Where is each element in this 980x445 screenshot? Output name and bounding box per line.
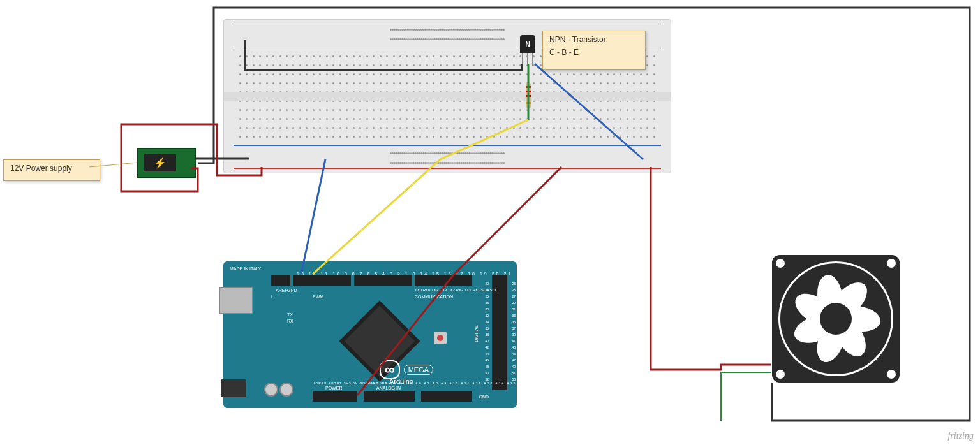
power-label: POWER [325, 386, 342, 390]
note-transistor-title: NPN - Transistor: [549, 35, 639, 44]
arduino-mega: MADE IN ITALY AREF GND 13 12 11 10 9 8 7… [223, 261, 517, 408]
made-in-label: MADE IN ITALY [230, 266, 262, 271]
gnd-label: GND [287, 288, 297, 293]
watermark: fritzing [948, 431, 974, 441]
note-psu-text: 12V Power supply [10, 164, 72, 173]
comm-label: COMMUNICATION [415, 295, 453, 299]
arduino-logo: ∞ MEGA [380, 360, 433, 379]
header-side [492, 275, 507, 390]
pins-analog-label: A0 A1 A2 A3 A4 A5 A6 A7 A8 A9 A10 A11 A1… [365, 381, 516, 385]
header-comm [415, 275, 472, 286]
tx-label: TX [287, 312, 293, 317]
brand-label: Arduino [389, 377, 413, 385]
wire-arduino-gnd [301, 159, 325, 274]
pwm-label: PWM [313, 295, 323, 299]
resistor [526, 83, 531, 108]
wire-fan-vcc [651, 167, 771, 370]
header-analog-b [421, 391, 472, 402]
pins-side-a: 22242628303234363840424446485052 [485, 281, 489, 383]
pins-top-label: 13 12 11 10 9 8 7 6 5 4 3 2 1 0 14 15 16… [297, 272, 512, 276]
header-pwm [293, 275, 351, 286]
l-label: L [271, 295, 274, 299]
pins-side-b: 23252729313335373941434547495153 [512, 281, 516, 383]
fan-frame [778, 261, 893, 376]
header-aref [271, 275, 290, 286]
bb-bottom-rail [237, 149, 658, 168]
header-digital [354, 275, 412, 286]
note-transistor-pins: C - B - E [549, 48, 639, 57]
power-supply-jack [137, 148, 196, 178]
rx-label: RX [287, 319, 293, 323]
model-label: MEGA [404, 365, 433, 375]
reset-button[interactable] [434, 332, 447, 344]
capacitor [264, 383, 278, 397]
wire-fan-gnd [721, 372, 771, 421]
usb-port [219, 287, 253, 314]
gnd2-label: GND [479, 395, 489, 399]
digital-label: DIGITAL [474, 325, 479, 342]
header-power [313, 391, 357, 402]
power-jack [221, 379, 246, 397]
infinity-icon: ∞ [380, 360, 400, 379]
dc-fan [772, 255, 900, 383]
dc-jack-icon [144, 154, 176, 171]
note-psu: 12V Power supply [3, 159, 100, 181]
analogin-label: ANALOG IN [376, 386, 401, 390]
npn-transistor: N [520, 35, 535, 53]
note-transistor: NPN - Transistor: C - B - E [542, 31, 646, 70]
header-analog-a [364, 391, 415, 402]
capacitor [279, 383, 293, 397]
transistor-label: N [525, 41, 530, 48]
aref-label: AREF [276, 288, 288, 293]
